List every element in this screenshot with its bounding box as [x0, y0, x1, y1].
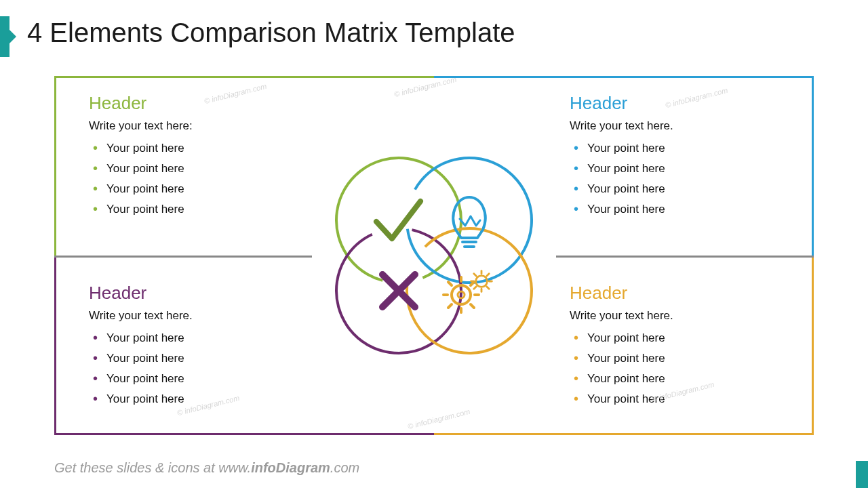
quadrant-points: Your point here Your point here Your poi… — [570, 328, 785, 409]
list-item: Your point here — [89, 389, 393, 409]
list-item: Your point here — [570, 348, 785, 369]
accent-tab-left — [0, 16, 9, 57]
quadrant-lead: Write your text here. — [570, 119, 785, 133]
list-item: Your point here — [570, 199, 785, 220]
list-item: Your point here — [89, 159, 393, 179]
quadrant-header: Header — [570, 283, 785, 304]
list-item: Your point here — [89, 199, 393, 220]
quadrant-lead: Write your text here. — [89, 309, 393, 323]
quadrant-lead: Write your text here: — [89, 119, 393, 133]
quadrant-header: Header — [89, 93, 393, 114]
list-item: Your point here — [570, 369, 785, 389]
quadrant-top-left: Header Write your text here: Your point … — [54, 76, 434, 256]
list-item: Your point here — [89, 179, 393, 199]
list-item: Your point here — [89, 348, 393, 369]
list-item: Your point here — [570, 328, 785, 348]
footer-brand: infoDiagram — [251, 460, 330, 475]
list-item: Your point here — [570, 159, 785, 179]
quadrant-header: Header — [89, 283, 393, 304]
list-item: Your point here — [570, 179, 785, 199]
list-item: Your point here — [89, 328, 393, 348]
comparison-matrix: Header Write your text here: Your point … — [54, 76, 814, 435]
list-item: Your point here — [570, 138, 785, 159]
quadrant-points: Your point here Your point here Your poi… — [89, 138, 393, 220]
footer-attribution: Get these slides & icons at www.infoDiag… — [54, 460, 359, 476]
accent-tab-right — [856, 461, 868, 488]
quadrant-lead: Write your text here. — [570, 309, 785, 323]
list-item: Your point here — [89, 369, 393, 389]
list-item: Your point here — [89, 138, 393, 159]
quadrant-bottom-right: Header Write your text here. Your point … — [434, 256, 814, 435]
page-title: 4 Elements Comparison Matrix Template — [27, 18, 515, 48]
divider-horizontal — [54, 256, 312, 258]
quadrant-bottom-left: Header Write your text here. Your point … — [54, 256, 434, 435]
divider-horizontal — [556, 256, 814, 258]
list-item: Your point here — [570, 389, 785, 409]
quadrant-points: Your point here Your point here Your poi… — [570, 138, 785, 220]
footer-text: .com — [330, 460, 359, 475]
quadrant-header: Header — [570, 93, 785, 114]
quadrant-top-right: Header Write your text here. Your point … — [434, 76, 814, 256]
footer-text: Get these slides & icons at www. — [54, 460, 251, 475]
quadrant-points: Your point here Your point here Your poi… — [89, 328, 393, 409]
